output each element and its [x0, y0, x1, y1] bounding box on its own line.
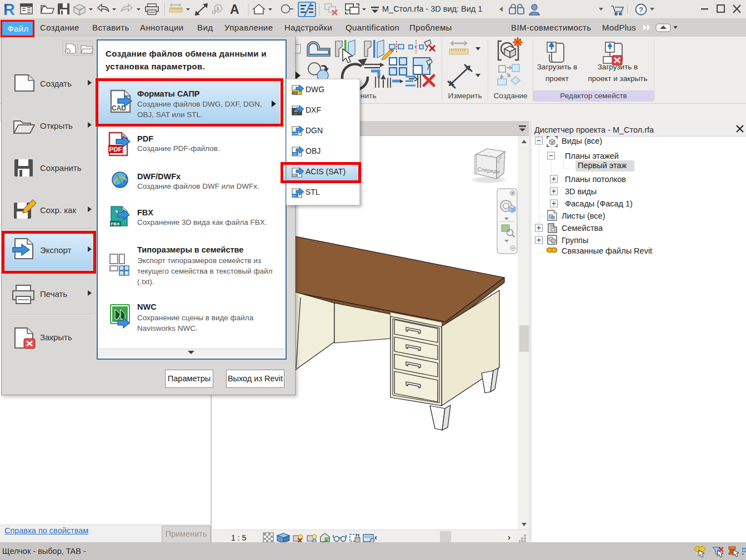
- svg-text:DWG: DWG: [293, 92, 298, 94]
- svg-text:?: ?: [639, 6, 643, 14]
- svg-text:OBJ: OBJ: [293, 153, 297, 155]
- svg-text:STL: STL: [293, 194, 297, 197]
- svg-text:R: R: [3, 1, 15, 18]
- svg-text:DGN: DGN: [293, 132, 298, 135]
- svg-text:DXF: DXF: [294, 113, 298, 115]
- svg-text:1: 1: [217, 6, 219, 11]
- svg-text:a: a: [326, 538, 328, 542]
- svg-text:М_Стол.rfa - 3D вид: Вид 1: М_Стол.rfa - 3D вид: Вид 1: [382, 4, 482, 13]
- svg-text:A: A: [230, 2, 239, 17]
